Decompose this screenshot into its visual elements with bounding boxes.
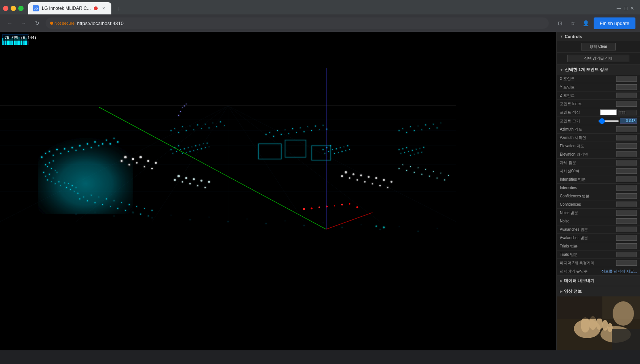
svg-point-175 xyxy=(341,175,343,177)
export-header[interactable]: ▶ 데이터 내보내기 xyxy=(557,276,640,286)
avalanches-row: Avalanches 범분 xyxy=(557,234,640,242)
color-hex-input[interactable] xyxy=(618,110,637,115)
point-index-input[interactable] xyxy=(616,101,637,107)
area-clear-button[interactable]: 영역 Clear xyxy=(581,43,616,50)
svg-point-75 xyxy=(102,204,103,205)
svg-point-61 xyxy=(128,164,130,165)
svg-point-241 xyxy=(304,225,305,226)
svg-point-220 xyxy=(418,167,418,168)
win-close-button[interactable] xyxy=(3,6,8,11)
z-point-input[interactable] xyxy=(616,93,637,98)
svg-point-149 xyxy=(288,133,289,134)
last-measurement-input[interactable] xyxy=(616,260,637,266)
svg-point-134 xyxy=(189,183,191,184)
svg-point-185 xyxy=(379,185,381,186)
svg-point-191 xyxy=(406,132,407,133)
delete-row: 선택 영역을 삭제 xyxy=(557,53,640,65)
noise-interval-input[interactable] xyxy=(616,210,637,216)
svg-point-184 xyxy=(375,177,377,179)
tab-close-icon[interactable]: × xyxy=(101,5,107,11)
svg-point-65 xyxy=(144,166,145,167)
svg-point-34 xyxy=(72,185,73,186)
elevation-angle-input[interactable] xyxy=(616,143,637,149)
svg-point-82 xyxy=(129,204,130,205)
svg-point-182 xyxy=(368,176,370,178)
confidences-input[interactable] xyxy=(616,202,637,207)
self-point-0-input[interactable] xyxy=(616,168,637,174)
svg-point-213 xyxy=(421,152,422,153)
azimuth-angle-label: Azimuth 각도 xyxy=(560,127,616,132)
svg-point-55 xyxy=(106,140,107,141)
svg-point-173 xyxy=(347,145,349,147)
svg-point-33 xyxy=(70,189,71,190)
elevation-interval-input[interactable] xyxy=(616,151,637,157)
confidences-interval-input[interactable] xyxy=(616,193,637,199)
avalanches-interval-row: Avalanches 범분 xyxy=(557,225,640,234)
svg-point-171 xyxy=(344,147,344,147)
svg-point-143 xyxy=(266,134,267,135)
y-point-input[interactable] xyxy=(616,84,637,90)
noise-interval-row: Noise 범분 xyxy=(557,209,640,217)
confidences-interval-row: Confidences 범분 xyxy=(557,192,640,200)
z-point-label: Z 포인트 xyxy=(560,93,616,98)
svg-point-176 xyxy=(345,171,347,173)
svg-point-76 xyxy=(106,199,107,200)
win-max-button[interactable] xyxy=(18,6,24,11)
svg-point-101 xyxy=(216,126,217,127)
win-x-icon[interactable]: × xyxy=(630,5,634,12)
svg-point-223 xyxy=(429,176,430,177)
color-controls xyxy=(600,109,637,115)
svg-point-169 xyxy=(340,147,341,148)
noise-input[interactable] xyxy=(616,218,637,224)
cast-icon[interactable]: ⊡ xyxy=(555,18,566,28)
avalanches-interval-input[interactable] xyxy=(616,227,637,232)
right-panel[interactable]: ▼ Controls 영역 Clear 선택 영역을 삭제 ▼ 선택한 1개 포… xyxy=(556,32,640,350)
confidences-interval-label: Confidences 범분 xyxy=(560,194,616,199)
svg-point-205 xyxy=(406,147,407,148)
fps-counter: 76 FPS (6-144) xyxy=(3,35,38,41)
address-input[interactable]: Not secure https://localhost:4310 xyxy=(46,17,549,29)
svg-point-50 xyxy=(87,143,88,145)
win-minimize-icon[interactable]: ─ xyxy=(617,5,621,12)
new-tab-button[interactable]: + xyxy=(114,4,124,14)
intensities-input[interactable] xyxy=(616,185,637,191)
x-point-input[interactable] xyxy=(616,76,637,82)
svg-rect-140 xyxy=(258,144,281,159)
trials-input[interactable] xyxy=(616,252,637,257)
bookmark-icon[interactable]: ☆ xyxy=(568,18,578,28)
self-point-input[interactable] xyxy=(616,160,637,165)
profile-icon[interactable]: 👤 xyxy=(581,18,591,28)
viewport[interactable]: 76 FPS (6-144) xyxy=(0,32,556,350)
win-restore-icon[interactable]: □ xyxy=(624,5,627,11)
active-tab[interactable]: LG LG Innotek MLiDAR C... × xyxy=(28,2,111,14)
svg-point-39 xyxy=(45,153,46,154)
win-min-button[interactable] xyxy=(11,6,16,11)
azimuth-interval-input[interactable] xyxy=(616,135,637,140)
svg-point-52 xyxy=(94,141,96,143)
delete-button[interactable]: 선택 영역을 삭제 xyxy=(567,55,629,62)
svg-point-128 xyxy=(207,143,208,144)
svg-point-276 xyxy=(581,317,590,332)
svg-point-64 xyxy=(139,156,142,158)
svg-point-210 xyxy=(416,149,417,150)
svg-point-38 xyxy=(41,156,43,158)
svg-point-24 xyxy=(57,172,57,173)
svg-point-77 xyxy=(110,206,111,207)
noise-label: Noise xyxy=(560,219,616,223)
back-button[interactable]: ← xyxy=(5,18,15,28)
trials-interval-input[interactable] xyxy=(616,243,637,249)
svg-point-98 xyxy=(205,124,206,124)
finish-update-button[interactable]: Finish update xyxy=(594,17,635,29)
azimuth-angle-input[interactable] xyxy=(616,126,637,132)
avalanches-input[interactable] xyxy=(616,235,637,241)
elevation-angle-row: Elevation 각도 xyxy=(557,142,640,150)
main-content: 76 FPS (6-144) ▼ Controls 영역 Clear 선택 영역… xyxy=(0,32,640,350)
color-swatch[interactable] xyxy=(600,109,617,115)
svg-point-160 xyxy=(323,149,324,150)
forward-button[interactable]: → xyxy=(18,18,29,28)
intensities-interval-input[interactable] xyxy=(616,176,637,182)
selected-vertices-link[interactable]: 정보를 선택에 서요... xyxy=(601,269,637,274)
point-size-slider[interactable] xyxy=(598,120,619,122)
video-header[interactable]: ▶ 영상 정보 xyxy=(557,286,640,296)
reload-button[interactable]: ↻ xyxy=(32,18,43,28)
